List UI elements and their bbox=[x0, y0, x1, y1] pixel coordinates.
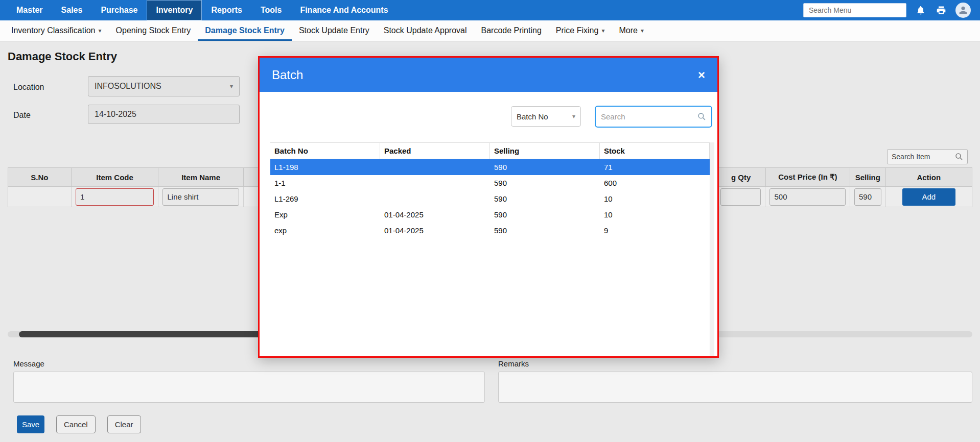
stock-cell: 71 bbox=[600, 159, 710, 175]
location-label: Location bbox=[13, 83, 44, 92]
stock-cell: 9 bbox=[600, 223, 710, 238]
subnav-inventory-classification[interactable]: Inventory Classification ▾ bbox=[4, 20, 109, 41]
stock-cell: 600 bbox=[600, 175, 710, 191]
subnav-more[interactable]: More ▾ bbox=[612, 20, 650, 41]
save-button[interactable]: Save bbox=[17, 415, 44, 433]
packed-cell: 01-04-2025 bbox=[380, 207, 490, 223]
subnav-label: Opening Stock Entry bbox=[116, 26, 191, 35]
footer-buttons: Save Cancel Clear bbox=[17, 415, 141, 433]
message-textarea[interactable] bbox=[13, 372, 485, 403]
batch-no-cell: 1-1 bbox=[270, 175, 380, 191]
print-icon[interactable] bbox=[935, 4, 947, 16]
menu-search-input[interactable] bbox=[803, 3, 906, 17]
batch-row[interactable]: exp 01-04-2025 590 9 bbox=[270, 223, 710, 238]
subnav-barcode-printing[interactable]: Barcode Printing bbox=[474, 20, 549, 41]
packed-cell bbox=[380, 191, 490, 207]
notifications-bell-icon[interactable] bbox=[915, 4, 927, 16]
user-avatar[interactable] bbox=[955, 3, 971, 18]
subnav-stock-update-entry[interactable]: Stock Update Entry bbox=[292, 20, 377, 41]
col-item-name: Item Name bbox=[158, 168, 244, 186]
nav-item-reports[interactable]: Reports bbox=[202, 0, 251, 20]
chevron-down-icon: ▾ bbox=[601, 27, 604, 34]
location-select[interactable]: INFOSOLUTIONS ▾ bbox=[88, 76, 240, 96]
batch-row[interactable]: L1-269 590 10 bbox=[270, 191, 710, 207]
subnav-label: Damage Stock Entry bbox=[205, 26, 285, 35]
batch-row[interactable]: L1-198 590 71 bbox=[270, 159, 710, 175]
inventory-sub-navbar: Inventory Classification ▾ Opening Stock… bbox=[0, 20, 980, 41]
batch-filter-select[interactable]: Batch No ▾ bbox=[511, 106, 581, 127]
search-item-box bbox=[887, 149, 968, 164]
message-label: Message bbox=[13, 359, 44, 368]
nav-item-sales[interactable]: Sales bbox=[52, 0, 92, 20]
cell-selling-price bbox=[850, 187, 885, 207]
selling-cell: 590 bbox=[490, 223, 600, 238]
subnav-price-fixing[interactable]: Price Fixing ▾ bbox=[549, 20, 612, 41]
batch-no-cell: L1-269 bbox=[270, 191, 380, 207]
add-button[interactable]: Add bbox=[902, 188, 955, 206]
nav-item-tools[interactable]: Tools bbox=[251, 0, 291, 20]
subnav-stock-update-approval[interactable]: Stock Update Approval bbox=[377, 20, 474, 41]
subnav-opening-stock-entry[interactable]: Opening Stock Entry bbox=[109, 20, 198, 41]
batch-modal-header: Batch × bbox=[260, 58, 717, 92]
cell-qty bbox=[716, 187, 765, 207]
nav-item-master[interactable]: Master bbox=[7, 0, 52, 20]
subnav-label: Stock Update Approval bbox=[384, 26, 467, 35]
location-value: INFOSOLUTIONS bbox=[95, 82, 161, 91]
item-name-input[interactable] bbox=[162, 188, 239, 206]
batch-table-header: Batch No Packed Selling Stock bbox=[270, 142, 710, 159]
packed-cell: 01-04-2025 bbox=[380, 223, 490, 238]
batch-modal-title: Batch bbox=[272, 68, 303, 82]
packed-cell bbox=[380, 175, 490, 191]
chevron-down-icon: ▾ bbox=[572, 113, 575, 120]
subnav-label: Inventory Classification bbox=[11, 26, 96, 35]
batch-modal: Batch × Batch No ▾ Batch No Packed Selli… bbox=[258, 56, 719, 358]
topnav-right-cluster bbox=[803, 0, 980, 20]
cell-cost-price bbox=[765, 187, 850, 207]
date-label: Date bbox=[13, 111, 31, 120]
col-cost-price: Cost Price (In ₹) bbox=[766, 168, 851, 186]
nav-item-inventory[interactable]: Inventory bbox=[147, 0, 202, 20]
col-qty: g Qty bbox=[717, 168, 766, 186]
item-code-input[interactable] bbox=[76, 188, 154, 206]
clear-button[interactable]: Clear bbox=[107, 415, 141, 433]
cell-item-name bbox=[158, 187, 244, 207]
top-navbar: Master Sales Purchase Inventory Reports … bbox=[0, 0, 980, 20]
selling-cell: 590 bbox=[490, 175, 600, 191]
col-selling-price: Selling bbox=[850, 168, 885, 186]
cell-action: Add bbox=[886, 187, 972, 207]
close-icon[interactable]: × bbox=[698, 69, 705, 81]
subnav-label: Barcode Printing bbox=[481, 26, 542, 35]
batch-row[interactable]: 1-1 590 600 bbox=[270, 175, 710, 191]
cell-item-code bbox=[72, 187, 159, 207]
search-icon bbox=[955, 153, 963, 161]
batch-no-cell: Exp bbox=[270, 207, 380, 223]
col-sno: S.No bbox=[8, 168, 72, 186]
cost-price-input[interactable] bbox=[769, 188, 846, 206]
subnav-label: More bbox=[619, 26, 637, 35]
subnav-label: Stock Update Entry bbox=[299, 26, 369, 35]
batch-search-box bbox=[595, 106, 712, 128]
col-batch-no: Batch No bbox=[270, 143, 380, 159]
date-input[interactable] bbox=[88, 105, 240, 124]
cancel-button[interactable]: Cancel bbox=[56, 415, 96, 433]
remarks-label: Remarks bbox=[498, 359, 529, 368]
selling-cell: 590 bbox=[490, 191, 600, 207]
qty-input[interactable] bbox=[720, 188, 761, 206]
nav-item-purchase[interactable]: Purchase bbox=[91, 0, 147, 20]
subnav-label: Price Fixing bbox=[556, 26, 599, 35]
search-icon bbox=[697, 112, 706, 121]
batch-row[interactable]: Exp 01-04-2025 590 10 bbox=[270, 207, 710, 223]
batch-table-scrollbar[interactable] bbox=[710, 142, 714, 356]
remarks-textarea[interactable] bbox=[498, 372, 972, 403]
batch-search-input[interactable] bbox=[601, 112, 697, 121]
nav-item-finance-and-accounts[interactable]: Finance And Accounts bbox=[291, 0, 397, 20]
batch-no-cell: exp bbox=[270, 223, 380, 238]
chevron-down-icon: ▾ bbox=[99, 27, 102, 34]
col-action: Action bbox=[886, 168, 972, 186]
stock-cell: 10 bbox=[600, 191, 710, 207]
col-item-code: Item Code bbox=[72, 168, 158, 186]
col-selling: Selling bbox=[490, 143, 600, 159]
selling-price-input[interactable] bbox=[854, 188, 881, 206]
subnav-damage-stock-entry[interactable]: Damage Stock Entry bbox=[198, 20, 292, 41]
search-item-input[interactable] bbox=[892, 153, 955, 161]
